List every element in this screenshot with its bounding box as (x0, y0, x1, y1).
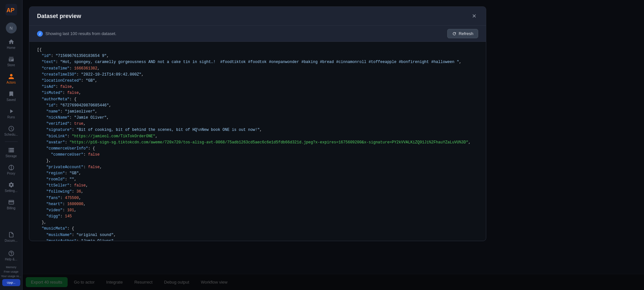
avatar[interactable]: N (6, 23, 17, 33)
memory-label: Memory (6, 266, 16, 269)
refresh-icon (452, 32, 457, 36)
upgrade-button[interactable]: Upgr... (2, 279, 20, 286)
sidebar-bottom: Docum... Help &... Memory Free usage You… (1, 228, 21, 290)
modal-header: Dataset preview × (29, 7, 486, 26)
modal-close-button[interactable]: × (470, 12, 478, 20)
sidebar: AP N Home Store Actors Saved Runs Schedu… (0, 0, 23, 290)
modal-toolbar: i Showing last 100 results from dataset.… (29, 26, 486, 42)
sidebar-divider (5, 141, 18, 142)
app-logo: AP (5, 3, 18, 16)
dataset-preview-modal: Dataset preview × i Showing last 100 res… (29, 6, 486, 241)
usage-label: Your usage re... (1, 275, 21, 278)
sidebar-item-storage[interactable]: Storage (0, 144, 22, 161)
showing-results-text: Showing last 100 results from dataset. (45, 31, 116, 36)
refresh-button[interactable]: Refresh (447, 29, 478, 38)
sidebar-item-help[interactable]: Help &... (1, 247, 21, 264)
sidebar-item-schedules[interactable]: Schedu... (0, 122, 22, 140)
sidebar-item-saved[interactable]: Saved (0, 87, 22, 105)
json-viewer[interactable]: [{ "id": "715696761350183654 9", "text":… (29, 42, 486, 241)
refresh-label: Refresh (459, 31, 473, 36)
sidebar-item-proxy[interactable]: Proxy (0, 161, 22, 178)
sidebar-item-docs[interactable]: Docum... (1, 228, 21, 246)
info-icon: i (37, 31, 43, 37)
sidebar-item-runs[interactable]: Runs (0, 105, 22, 122)
modal-title: Dataset preview (37, 13, 81, 20)
sidebar-item-billing[interactable]: Billing (0, 196, 22, 213)
sidebar-item-settings[interactable]: Setting... (0, 178, 22, 196)
sidebar-item-actors[interactable]: Actors (0, 70, 22, 87)
svg-text:AP: AP (6, 7, 14, 14)
sidebar-item-store[interactable]: Store (0, 53, 22, 70)
modal-info: i Showing last 100 results from dataset. (37, 31, 116, 37)
sidebar-item-home[interactable]: Home (0, 35, 22, 53)
free-usage-label: Free usage (4, 270, 19, 273)
